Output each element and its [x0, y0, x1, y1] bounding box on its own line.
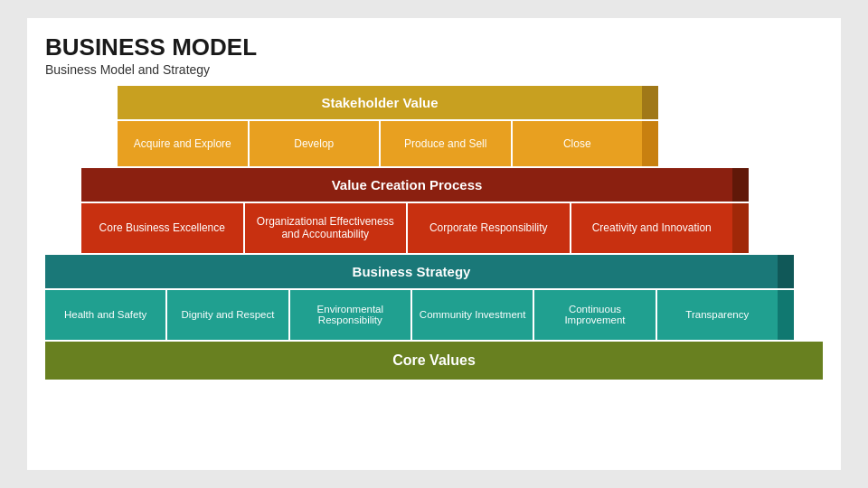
main-title: BUSINESS MODEL [45, 34, 823, 61]
bs-cells-wrap: Health and Safety Dignity and Respect En… [45, 290, 778, 340]
vcp-cells: Core Business Excellence Organizational … [81, 203, 732, 253]
list-item: Acquire and Explore [118, 121, 248, 166]
stakeholder-header: Stakeholder Value [118, 86, 642, 119]
list-item: Creativity and Innovation [571, 203, 733, 253]
list-item: Dignity and Respect [167, 290, 288, 340]
bs-header: Business Strategy [45, 255, 778, 288]
list-item: Close [513, 121, 643, 166]
stakeholder-wrap: Stakeholder Value [118, 86, 642, 119]
vcp-layer: Value Creation Process [81, 168, 732, 202]
list-item: Corporate Responsibility [408, 203, 570, 253]
bs-layer: Business Strategy [45, 255, 778, 288]
vcp-header: Value Creation Process [81, 168, 732, 202]
list-item: Health and Safety [45, 290, 165, 340]
pyramid: Stakeholder Value Acquire and Explore De… [45, 86, 823, 380]
core-values-header: Core Values [45, 342, 823, 380]
bs-cells: Health and Safety Dignity and Respect En… [45, 290, 778, 340]
bs-cells-layer: Health and Safety Dignity and Respect En… [45, 290, 778, 340]
process-layer: Acquire and Explore Develop Produce and … [118, 121, 642, 166]
list-item: Produce and Sell [381, 121, 511, 166]
list-item: Core Business Excellence [81, 203, 243, 253]
process-cells: Acquire and Explore Develop Produce and … [118, 121, 642, 166]
list-item: Continuous Improvement [534, 290, 655, 340]
core-values-layer: Core Values [45, 342, 823, 380]
list-item: Develop [250, 121, 380, 166]
vcp-cells-wrap: Core Business Excellence Organizational … [81, 203, 732, 253]
stakeholder-layer: Stakeholder Value [118, 86, 642, 119]
list-item: Organizational Effectiveness and Account… [245, 203, 407, 253]
process-wrap: Acquire and Explore Develop Produce and … [118, 121, 642, 166]
vcp-header-wrap: Value Creation Process [81, 168, 732, 202]
bs-header-wrap: Business Strategy [45, 255, 778, 288]
vcp-cells-layer: Core Business Excellence Organizational … [81, 203, 732, 253]
list-item: Transparency [657, 290, 778, 340]
subtitle: Business Model and Strategy [45, 62, 823, 77]
list-item: Community Investment [412, 290, 533, 340]
slide: BUSINESS MODEL Business Model and Strate… [27, 18, 841, 470]
list-item: Environmental Responsibility [290, 290, 410, 340]
